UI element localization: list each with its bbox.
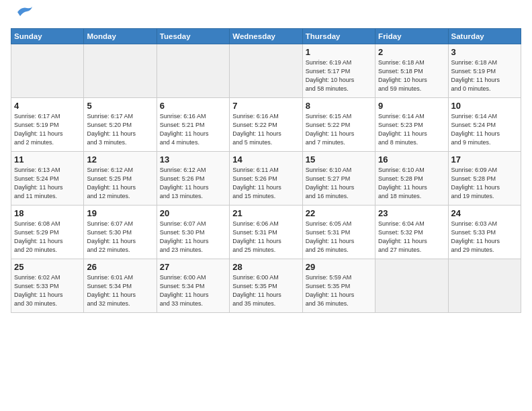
week-row-4: 18Sunrise: 6:08 AMSunset: 5:29 PMDayligh… (11, 205, 521, 259)
day-info: Sunrise: 6:14 AMSunset: 5:24 PMDaylight:… (451, 112, 518, 147)
weekday-header-row: SundayMondayTuesdayWednesdayThursdayFrid… (11, 29, 521, 44)
week-row-2: 4Sunrise: 6:17 AMSunset: 5:19 PMDaylight… (11, 98, 521, 152)
logo (11, 11, 34, 20)
calendar-cell: 18Sunrise: 6:08 AMSunset: 5:29 PMDayligh… (11, 205, 84, 259)
calendar-cell: 2Sunrise: 6:18 AMSunset: 5:18 PMDaylight… (375, 44, 448, 98)
day-number: 15 (306, 154, 372, 165)
calendar-cell: 27Sunrise: 6:00 AMSunset: 5:34 PMDayligh… (157, 259, 229, 313)
calendar-cell: 7Sunrise: 6:16 AMSunset: 5:22 PMDaylight… (230, 98, 302, 152)
day-number: 17 (451, 154, 518, 165)
calendar-cell: 13Sunrise: 6:12 AMSunset: 5:26 PMDayligh… (157, 152, 229, 205)
day-number: 21 (232, 208, 299, 218)
page: SundayMondayTuesdayWednesdayThursdayFrid… (0, 0, 532, 320)
day-number: 7 (232, 101, 299, 111)
day-info: Sunrise: 6:17 AMSunset: 5:19 PMDaylight:… (14, 112, 81, 147)
day-info: Sunrise: 6:16 AMSunset: 5:22 PMDaylight:… (232, 112, 299, 147)
day-number: 23 (378, 208, 445, 218)
calendar-cell: 9Sunrise: 6:14 AMSunset: 5:23 PMDaylight… (375, 98, 448, 152)
day-number: 20 (160, 208, 226, 218)
calendar-cell (157, 44, 229, 98)
day-number: 1 (306, 47, 372, 57)
day-info: Sunrise: 6:01 AMSunset: 5:34 PMDaylight:… (87, 273, 153, 308)
weekday-header-monday: Monday (84, 29, 157, 44)
calendar-cell (84, 44, 157, 98)
day-info: Sunrise: 6:15 AMSunset: 5:22 PMDaylight:… (306, 112, 372, 147)
week-row-5: 25Sunrise: 6:02 AMSunset: 5:33 PMDayligh… (11, 259, 521, 313)
day-info: Sunrise: 6:08 AMSunset: 5:29 PMDaylight:… (14, 220, 81, 255)
calendar-cell: 17Sunrise: 6:09 AMSunset: 5:28 PMDayligh… (448, 152, 521, 205)
calendar-cell: 4Sunrise: 6:17 AMSunset: 5:19 PMDaylight… (11, 98, 84, 152)
day-number: 9 (378, 101, 445, 111)
day-number: 14 (232, 154, 299, 165)
day-number: 27 (160, 262, 226, 272)
day-info: Sunrise: 5:59 AMSunset: 5:35 PMDaylight:… (306, 273, 372, 308)
day-info: Sunrise: 6:05 AMSunset: 5:31 PMDaylight:… (306, 220, 372, 255)
day-info: Sunrise: 6:00 AMSunset: 5:35 PMDaylight:… (232, 273, 299, 308)
weekday-header-tuesday: Tuesday (157, 29, 229, 44)
day-info: Sunrise: 6:19 AMSunset: 5:17 PMDaylight:… (306, 58, 372, 93)
day-number: 10 (451, 101, 518, 111)
day-info: Sunrise: 6:12 AMSunset: 5:26 PMDaylight:… (160, 166, 226, 201)
calendar-cell: 20Sunrise: 6:07 AMSunset: 5:30 PMDayligh… (157, 205, 229, 259)
day-info: Sunrise: 6:07 AMSunset: 5:30 PMDaylight:… (160, 220, 226, 255)
day-info: Sunrise: 6:10 AMSunset: 5:27 PMDaylight:… (306, 166, 372, 201)
day-number: 24 (451, 208, 518, 218)
calendar-cell: 26Sunrise: 6:01 AMSunset: 5:34 PMDayligh… (84, 259, 157, 313)
day-info: Sunrise: 6:09 AMSunset: 5:28 PMDaylight:… (451, 166, 518, 201)
day-info: Sunrise: 6:18 AMSunset: 5:18 PMDaylight:… (378, 58, 445, 93)
day-info: Sunrise: 6:14 AMSunset: 5:23 PMDaylight:… (378, 112, 445, 147)
calendar-cell: 16Sunrise: 6:10 AMSunset: 5:28 PMDayligh… (375, 152, 448, 205)
day-number: 18 (14, 208, 81, 218)
week-row-3: 11Sunrise: 6:13 AMSunset: 5:24 PMDayligh… (11, 152, 521, 205)
day-info: Sunrise: 6:04 AMSunset: 5:32 PMDaylight:… (378, 220, 445, 255)
calendar-cell: 14Sunrise: 6:11 AMSunset: 5:26 PMDayligh… (230, 152, 302, 205)
day-info: Sunrise: 6:10 AMSunset: 5:28 PMDaylight:… (378, 166, 445, 201)
weekday-header-saturday: Saturday (448, 29, 521, 44)
calendar-cell: 8Sunrise: 6:15 AMSunset: 5:22 PMDaylight… (302, 98, 375, 152)
week-row-1: 1Sunrise: 6:19 AMSunset: 5:17 PMDaylight… (11, 44, 521, 98)
calendar-cell: 21Sunrise: 6:06 AMSunset: 5:31 PMDayligh… (230, 205, 302, 259)
day-number: 29 (306, 262, 372, 272)
calendar-cell: 28Sunrise: 6:00 AMSunset: 5:35 PMDayligh… (230, 259, 302, 313)
calendar-cell: 6Sunrise: 6:16 AMSunset: 5:21 PMDaylight… (157, 98, 229, 152)
calendar-cell: 3Sunrise: 6:18 AMSunset: 5:19 PMDaylight… (448, 44, 521, 98)
day-info: Sunrise: 6:02 AMSunset: 5:33 PMDaylight:… (14, 273, 81, 308)
day-number: 2 (378, 47, 445, 57)
calendar-cell (230, 44, 302, 98)
calendar-cell: 23Sunrise: 6:04 AMSunset: 5:32 PMDayligh… (375, 205, 448, 259)
calendar-cell: 12Sunrise: 6:12 AMSunset: 5:25 PMDayligh… (84, 152, 157, 205)
day-info: Sunrise: 6:03 AMSunset: 5:33 PMDaylight:… (451, 220, 518, 255)
day-info: Sunrise: 6:13 AMSunset: 5:24 PMDaylight:… (14, 166, 81, 201)
day-number: 5 (87, 101, 153, 111)
day-number: 6 (160, 101, 226, 111)
day-info: Sunrise: 6:07 AMSunset: 5:30 PMDaylight:… (87, 220, 153, 255)
day-number: 13 (160, 154, 226, 165)
weekday-header-sunday: Sunday (11, 29, 84, 44)
day-info: Sunrise: 6:17 AMSunset: 5:20 PMDaylight:… (87, 112, 153, 147)
day-number: 11 (14, 154, 81, 165)
day-number: 16 (378, 154, 445, 165)
calendar-cell (375, 259, 448, 313)
day-info: Sunrise: 6:16 AMSunset: 5:21 PMDaylight:… (160, 112, 226, 147)
day-info: Sunrise: 6:11 AMSunset: 5:26 PMDaylight:… (232, 166, 299, 201)
day-number: 3 (451, 47, 518, 57)
day-number: 4 (14, 101, 81, 111)
calendar-cell: 1Sunrise: 6:19 AMSunset: 5:17 PMDaylight… (302, 44, 375, 98)
day-number: 22 (306, 208, 372, 218)
day-info: Sunrise: 6:18 AMSunset: 5:19 PMDaylight:… (451, 58, 518, 93)
weekday-header-friday: Friday (375, 29, 448, 44)
calendar-cell: 22Sunrise: 6:05 AMSunset: 5:31 PMDayligh… (302, 205, 375, 259)
calendar-cell: 15Sunrise: 6:10 AMSunset: 5:27 PMDayligh… (302, 152, 375, 205)
calendar-cell: 25Sunrise: 6:02 AMSunset: 5:33 PMDayligh… (11, 259, 84, 313)
day-number: 8 (306, 101, 372, 111)
day-info: Sunrise: 6:00 AMSunset: 5:34 PMDaylight:… (160, 273, 226, 308)
calendar-cell: 11Sunrise: 6:13 AMSunset: 5:24 PMDayligh… (11, 152, 84, 205)
header (11, 11, 521, 20)
day-number: 12 (87, 154, 153, 165)
calendar-cell: 29Sunrise: 5:59 AMSunset: 5:35 PMDayligh… (302, 259, 375, 313)
calendar-cell: 24Sunrise: 6:03 AMSunset: 5:33 PMDayligh… (448, 205, 521, 259)
calendar-cell: 10Sunrise: 6:14 AMSunset: 5:24 PMDayligh… (448, 98, 521, 152)
day-number: 19 (87, 208, 153, 218)
calendar-cell (448, 259, 521, 313)
day-info: Sunrise: 6:06 AMSunset: 5:31 PMDaylight:… (232, 220, 299, 255)
